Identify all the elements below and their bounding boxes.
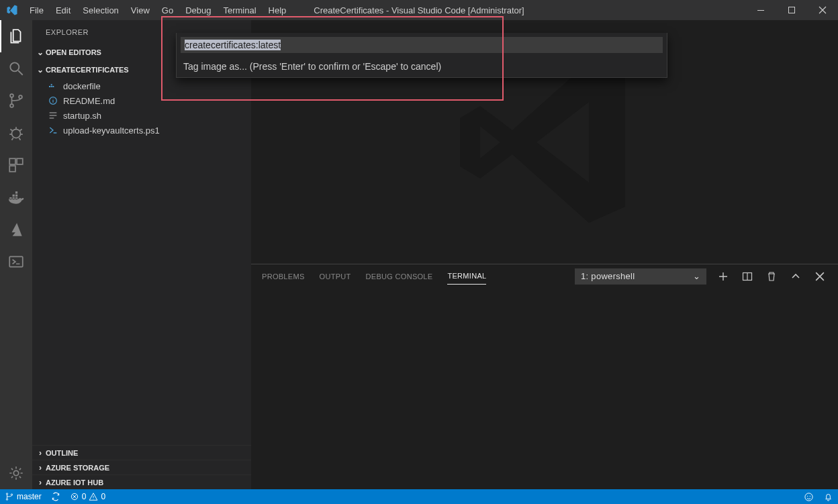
smiley-icon bbox=[804, 492, 814, 502]
plus-icon bbox=[718, 271, 729, 282]
svg-point-2 bbox=[10, 62, 19, 71]
split-terminal-button[interactable] bbox=[740, 269, 755, 284]
bug-icon bbox=[7, 124, 25, 142]
menu-help[interactable]: Help bbox=[263, 5, 293, 15]
activity-azure[interactable] bbox=[0, 213, 32, 246]
bell-icon bbox=[823, 492, 833, 502]
activity-docker[interactable] bbox=[0, 181, 32, 213]
menu-file[interactable]: File bbox=[24, 5, 50, 15]
tab-debug-console[interactable]: DEBUG CONSOLE bbox=[366, 268, 433, 285]
section-azure-storage[interactable]: › AZURE STORAGE bbox=[32, 460, 251, 474]
powershell-icon bbox=[7, 253, 25, 270]
svg-rect-0 bbox=[757, 10, 764, 11]
new-terminal-button[interactable] bbox=[716, 269, 731, 284]
branch-icon bbox=[7, 92, 25, 109]
chevron-up-icon bbox=[790, 271, 801, 282]
menu-go[interactable]: Go bbox=[156, 5, 179, 15]
section-label: AZURE STORAGE bbox=[46, 464, 109, 472]
section-azure-iot-hub[interactable]: › AZURE IOT HUB bbox=[32, 474, 251, 489]
tab-terminal[interactable]: TERMINAL bbox=[447, 268, 486, 285]
svg-point-3 bbox=[10, 94, 13, 97]
menu-terminal[interactable]: Terminal bbox=[217, 5, 262, 15]
section-label: AZURE IOT HUB bbox=[46, 478, 103, 487]
status-feedback[interactable] bbox=[799, 489, 819, 504]
close-button[interactable] bbox=[807, 0, 838, 20]
section-outline[interactable]: › OUTLINE bbox=[32, 445, 251, 460]
status-problems[interactable]: 0 0 bbox=[65, 489, 110, 504]
status-branch[interactable]: master bbox=[0, 489, 46, 504]
gear-icon bbox=[7, 464, 25, 482]
chevron-right-icon: › bbox=[35, 478, 46, 487]
file-name: dockerfile bbox=[63, 81, 101, 91]
tab-output[interactable]: OUTPUT bbox=[320, 268, 351, 285]
file-item[interactable]: README.md bbox=[32, 93, 251, 108]
menu-view[interactable]: View bbox=[125, 5, 156, 15]
file-name: upload-keyvaultcerts.ps1 bbox=[63, 125, 160, 136]
svg-point-15 bbox=[6, 499, 7, 500]
kill-terminal-button[interactable] bbox=[764, 269, 779, 284]
file-item[interactable]: startup.sh bbox=[32, 108, 251, 123]
activity-settings[interactable] bbox=[0, 457, 32, 489]
svg-point-11 bbox=[13, 470, 18, 475]
status-notifications[interactable] bbox=[819, 489, 838, 504]
svg-point-19 bbox=[807, 495, 808, 496]
activity-scm[interactable] bbox=[0, 85, 32, 117]
activity-search[interactable] bbox=[0, 52, 32, 85]
azure-icon bbox=[7, 221, 25, 238]
chevron-right-icon: › bbox=[35, 448, 46, 458]
svg-rect-8 bbox=[17, 158, 23, 164]
branch-name: master bbox=[17, 492, 42, 501]
error-icon bbox=[70, 492, 79, 501]
bottom-panel: PROBLEMS OUTPUT DEBUG CONSOLE TERMINAL 1… bbox=[251, 264, 838, 489]
terminal-selector[interactable]: 1: powershell ⌄ bbox=[575, 268, 706, 285]
title-bar: File Edit Selection View Go Debug Termin… bbox=[0, 0, 838, 20]
split-icon bbox=[742, 271, 753, 282]
menu-bar: File Edit Selection View Go Debug Termin… bbox=[24, 0, 292, 20]
vscode-icon bbox=[6, 4, 18, 16]
file-name: README.md bbox=[63, 96, 115, 106]
quick-input-field[interactable]: createcertificates:latest bbox=[185, 40, 281, 50]
status-sync[interactable] bbox=[46, 489, 65, 504]
window-controls bbox=[745, 0, 838, 20]
svg-rect-7 bbox=[9, 158, 15, 164]
menu-edit[interactable]: Edit bbox=[50, 5, 77, 15]
menu-debug[interactable]: Debug bbox=[179, 5, 217, 15]
activity-powershell[interactable] bbox=[0, 246, 32, 278]
info-file-icon bbox=[47, 95, 59, 106]
svg-point-16 bbox=[11, 494, 12, 495]
warning-icon bbox=[89, 492, 98, 501]
maximize-panel-button[interactable] bbox=[788, 269, 803, 284]
status-bar: master 0 0 bbox=[0, 489, 838, 504]
sh-file-icon bbox=[47, 110, 59, 121]
chevron-right-icon: › bbox=[35, 463, 46, 472]
quick-input: createcertificates:latest Tag image as..… bbox=[176, 33, 667, 78]
activity-bar bbox=[0, 20, 32, 489]
close-panel-button[interactable] bbox=[812, 269, 827, 284]
maximize-button[interactable] bbox=[776, 0, 807, 20]
svg-point-6 bbox=[12, 130, 21, 138]
editor-area: PROBLEMS OUTPUT DEBUG CONSOLE TERMINAL 1… bbox=[251, 20, 838, 489]
window-title: CreateCertificates - Visual Studio Code … bbox=[314, 5, 524, 15]
file-item[interactable]: upload-keyvaultcerts.ps1 bbox=[32, 123, 251, 138]
svg-point-14 bbox=[6, 493, 7, 495]
quick-input-hint: Tag image as... (Press 'Enter' to confir… bbox=[177, 57, 667, 77]
terminal-selector-label: 1: powershell bbox=[581, 271, 635, 281]
menu-selection[interactable]: Selection bbox=[77, 5, 124, 15]
panel-tabs: PROBLEMS OUTPUT DEBUG CONSOLE TERMINAL 1… bbox=[251, 264, 838, 288]
docker-file-icon bbox=[47, 81, 59, 91]
extensions-icon bbox=[7, 156, 25, 174]
activity-explorer[interactable] bbox=[0, 20, 32, 52]
file-item[interactable]: dockerfile bbox=[32, 79, 251, 93]
trash-icon bbox=[766, 271, 777, 282]
chevron-down-icon: ⌄ bbox=[693, 271, 700, 281]
sync-icon bbox=[51, 492, 60, 501]
activity-extensions[interactable] bbox=[0, 149, 32, 181]
activity-debug[interactable] bbox=[0, 117, 32, 149]
explorer-sidebar: EXPLORER ⌄ OPEN EDITORS ⌄ CREATECERTIFIC… bbox=[32, 20, 251, 489]
tab-problems[interactable]: PROBLEMS bbox=[262, 268, 305, 285]
svg-point-5 bbox=[19, 95, 22, 99]
error-count: 0 bbox=[82, 492, 87, 501]
minimize-button[interactable] bbox=[745, 0, 776, 20]
section-label: OUTLINE bbox=[46, 449, 78, 457]
branch-icon bbox=[5, 492, 14, 501]
